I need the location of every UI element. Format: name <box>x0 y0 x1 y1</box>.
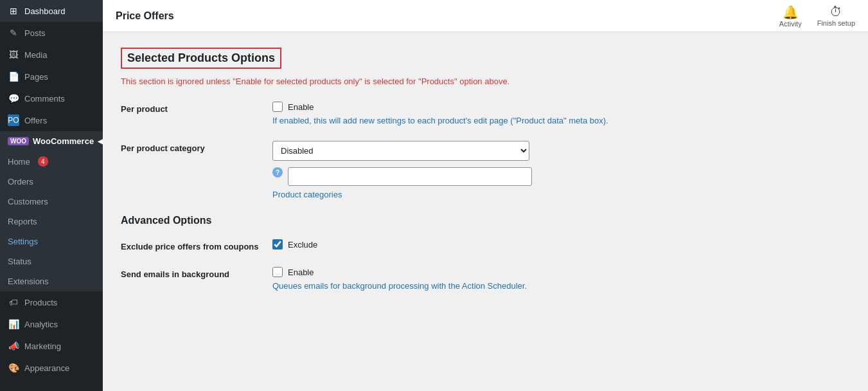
sidebar-item-home[interactable]: Home 4 <box>0 151 103 172</box>
per-product-category-label: Per product category <box>121 141 262 153</box>
section-description: This section is ignored unless "Enable f… <box>121 77 850 86</box>
sidebar-item-comments[interactable]: 💬 Comments <box>0 87 103 109</box>
sidebar-item-media[interactable]: 🖼 Media <box>0 44 103 66</box>
exclude-price-control: Exclude <box>272 239 850 250</box>
action-scheduler-link[interactable]: Action Scheduler <box>462 281 525 291</box>
per-product-checkbox-label[interactable]: Enable <box>288 102 314 112</box>
sidebar-item-appearance[interactable]: 🎨 Appearance <box>0 357 103 379</box>
top-bar-actions: 🔔 Activity ⏱ Finish setup <box>779 5 855 28</box>
sidebar-item-reports[interactable]: Reports <box>0 212 103 232</box>
woo-icon: WOO <box>8 137 29 145</box>
send-emails-hint: Queues emails for background processing … <box>272 281 850 291</box>
home-badge: 4 <box>38 156 48 167</box>
top-bar: Price Offers 🔔 Activity ⏱ Finish setup <box>103 0 868 32</box>
send-emails-checkbox-row: Enable <box>272 267 850 277</box>
per-product-label: Per product <box>121 102 262 114</box>
exclude-price-checkbox[interactable] <box>272 239 283 250</box>
per-product-category-control: Disabled Enabled ? Product categories <box>272 141 850 199</box>
per-product-category-row: Per product category Disabled Enabled ? … <box>121 141 850 199</box>
send-emails-checkbox[interactable] <box>272 267 283 277</box>
sidebar-item-settings[interactable]: Settings <box>0 232 103 251</box>
exclude-price-checkbox-row: Exclude <box>272 239 850 250</box>
per-product-control: Enable If enabled, this will add new set… <box>272 102 850 125</box>
send-emails-control: Enable Queues emails for background proc… <box>272 267 850 291</box>
pages-icon: 📄 <box>8 71 19 82</box>
send-emails-row: Send emails in background Enable Queues … <box>121 267 850 291</box>
per-product-row: Per product Enable If enabled, this will… <box>121 102 850 125</box>
activity-button[interactable]: 🔔 Activity <box>779 5 802 28</box>
sidebar-item-posts[interactable]: ✎ Posts <box>0 22 103 44</box>
sidebar-item-extensions[interactable]: Extensions <box>0 271 103 291</box>
woocommerce-header[interactable]: WOO WooCommerce ◀ <box>0 131 103 151</box>
send-emails-checkbox-label[interactable]: Enable <box>288 268 314 277</box>
sidebar: ⊞ Dashboard ✎ Posts 🖼 Media 📄 Pages 💬 Co… <box>0 0 103 391</box>
sidebar-item-analytics[interactable]: 📊 Analytics <box>0 313 103 335</box>
activity-icon: 🔔 <box>783 5 799 20</box>
product-categories-link[interactable]: Product categories <box>272 190 850 199</box>
dashboard-icon: ⊞ <box>8 5 19 17</box>
sidebar-item-marketing[interactable]: 📣 Marketing <box>0 335 103 357</box>
exclude-price-row: Exclude price offers from coupons Exclud… <box>121 239 850 251</box>
main-content: Price Offers 🔔 Activity ⏱ Finish setup S… <box>103 0 868 391</box>
sidebar-item-status[interactable]: Status <box>0 251 103 271</box>
per-product-checkbox-row: Enable <box>272 102 850 112</box>
question-icon: ? <box>272 167 283 177</box>
product-categories-question-row: ? <box>272 167 850 186</box>
finish-setup-button[interactable]: ⏱ Finish setup <box>817 5 855 27</box>
offers-icon: PO <box>8 114 19 126</box>
sidebar-item-products[interactable]: 🏷 Products <box>0 291 103 313</box>
page-title: Price Offers <box>116 10 174 22</box>
per-product-category-select[interactable]: Disabled Enabled <box>272 141 529 161</box>
finish-setup-icon: ⏱ <box>829 5 842 19</box>
analytics-icon: 📊 <box>8 318 19 330</box>
posts-icon: ✎ <box>8 27 19 39</box>
per-product-hint: If enabled, this will add new settings t… <box>272 116 850 125</box>
media-icon: 🖼 <box>8 49 19 60</box>
product-categories-input[interactable] <box>288 167 532 186</box>
exclude-price-checkbox-label[interactable]: Exclude <box>288 240 317 250</box>
appearance-icon: 🎨 <box>8 362 19 374</box>
advanced-options-heading: Advanced Options <box>121 215 850 226</box>
section-heading: Selected Products Options <box>121 48 281 69</box>
sidebar-item-offers[interactable]: PO Offers <box>0 109 103 131</box>
sidebar-item-orders[interactable]: Orders <box>0 172 103 192</box>
marketing-icon: 📣 <box>8 340 19 352</box>
exclude-price-label: Exclude price offers from coupons <box>121 239 262 251</box>
sidebar-item-dashboard[interactable]: ⊞ Dashboard <box>0 0 103 22</box>
content-area: Selected Products Options This section i… <box>103 32 868 391</box>
comments-icon: 💬 <box>8 93 19 104</box>
sidebar-item-pages[interactable]: 📄 Pages <box>0 66 103 87</box>
send-emails-label: Send emails in background <box>121 267 262 279</box>
sidebar-item-customers[interactable]: Customers <box>0 192 103 212</box>
per-product-checkbox[interactable] <box>272 102 283 112</box>
products-icon: 🏷 <box>8 296 19 308</box>
